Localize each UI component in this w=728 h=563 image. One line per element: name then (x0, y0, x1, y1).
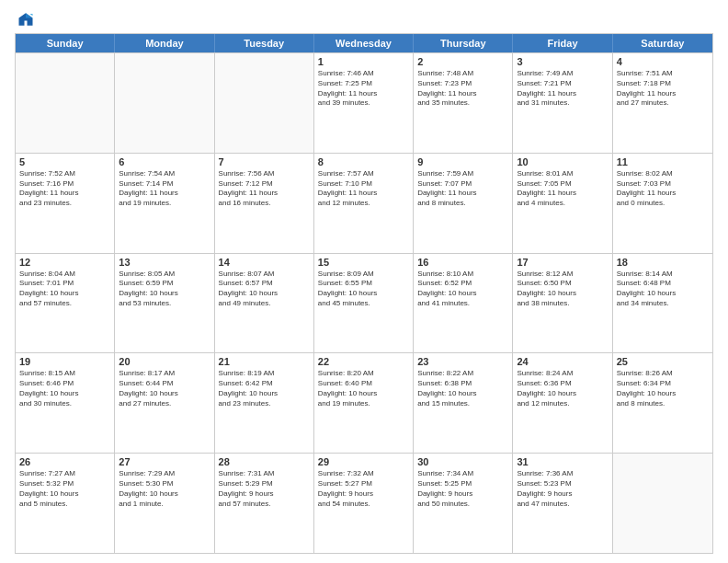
day-number: 3 (517, 56, 608, 67)
day-number: 10 (517, 156, 608, 167)
calendar-cell: 17Sunrise: 8:12 AM Sunset: 6:50 PM Dayli… (513, 254, 612, 353)
day-number: 30 (417, 456, 508, 467)
calendar-cell: 16Sunrise: 8:10 AM Sunset: 6:52 PM Dayli… (414, 254, 513, 353)
day-number: 18 (617, 257, 709, 268)
day-number: 16 (417, 257, 508, 268)
cell-text: Sunrise: 8:04 AM Sunset: 7:01 PM Dayligh… (19, 270, 110, 309)
calendar-cell (215, 53, 314, 153)
cell-text: Sunrise: 7:31 AM Sunset: 5:29 PM Dayligh… (219, 469, 310, 509)
cell-text: Sunrise: 8:12 AM Sunset: 6:50 PM Dayligh… (517, 270, 608, 309)
day-number: 27 (119, 456, 210, 467)
calendar-cell (115, 53, 214, 153)
day-number: 2 (417, 56, 508, 67)
calendar-cell: 24Sunrise: 8:24 AM Sunset: 6:36 PM Dayli… (513, 353, 612, 453)
day-number: 25 (617, 356, 709, 367)
calendar-cell: 7Sunrise: 7:56 AM Sunset: 7:12 PM Daylig… (215, 154, 314, 253)
day-number: 23 (417, 356, 508, 367)
day-number: 19 (19, 356, 110, 367)
calendar-cell: 28Sunrise: 7:31 AM Sunset: 5:29 PM Dayli… (215, 454, 314, 553)
calendar-header-day: Tuesday (215, 34, 314, 52)
calendar-cell: 18Sunrise: 8:14 AM Sunset: 6:48 PM Dayli… (613, 254, 712, 353)
day-number: 22 (318, 356, 409, 367)
cell-text: Sunrise: 8:17 AM Sunset: 6:44 PM Dayligh… (119, 369, 210, 408)
cell-text: Sunrise: 8:01 AM Sunset: 7:05 PM Dayligh… (517, 169, 608, 209)
calendar-cell: 8Sunrise: 7:57 AM Sunset: 7:10 PM Daylig… (314, 154, 414, 253)
cell-text: Sunrise: 8:22 AM Sunset: 6:38 PM Dayligh… (417, 369, 508, 408)
calendar-cell: 26Sunrise: 7:27 AM Sunset: 5:32 PM Dayli… (16, 454, 115, 553)
cell-text: Sunrise: 8:15 AM Sunset: 6:46 PM Dayligh… (19, 369, 110, 408)
day-number: 5 (19, 156, 110, 167)
cell-text: Sunrise: 8:09 AM Sunset: 6:55 PM Dayligh… (318, 270, 409, 309)
day-number: 8 (318, 156, 409, 167)
day-number: 12 (19, 257, 110, 268)
cell-text: Sunrise: 8:02 AM Sunset: 7:03 PM Dayligh… (617, 169, 709, 209)
page: SundayMondayTuesdayWednesdayThursdayFrid… (0, 0, 728, 563)
calendar-header-day: Sunday (16, 34, 115, 52)
day-number: 20 (119, 356, 210, 367)
day-number: 17 (517, 257, 608, 268)
cell-text: Sunrise: 7:52 AM Sunset: 7:16 PM Dayligh… (19, 169, 110, 209)
calendar-cell: 9Sunrise: 7:59 AM Sunset: 7:07 PM Daylig… (414, 154, 513, 253)
calendar-row: 12Sunrise: 8:04 AM Sunset: 7:01 PM Dayli… (16, 253, 712, 353)
calendar-header-day: Wednesday (314, 34, 414, 52)
cell-text: Sunrise: 7:36 AM Sunset: 5:23 PM Dayligh… (517, 469, 608, 509)
logo (15, 11, 34, 28)
calendar: SundayMondayTuesdayWednesdayThursdayFrid… (15, 33, 713, 554)
day-number: 13 (119, 257, 210, 268)
calendar-row: 26Sunrise: 7:27 AM Sunset: 5:32 PM Dayli… (16, 453, 712, 553)
day-number: 29 (318, 456, 409, 467)
calendar-cell: 23Sunrise: 8:22 AM Sunset: 6:38 PM Dayli… (414, 353, 513, 453)
header (15, 11, 713, 28)
calendar-row: 5Sunrise: 7:52 AM Sunset: 7:16 PM Daylig… (16, 153, 712, 253)
calendar-cell: 4Sunrise: 7:51 AM Sunset: 7:18 PM Daylig… (613, 53, 712, 153)
cell-text: Sunrise: 7:57 AM Sunset: 7:10 PM Dayligh… (318, 169, 409, 209)
calendar-header: SundayMondayTuesdayWednesdayThursdayFrid… (16, 34, 712, 52)
cell-text: Sunrise: 7:32 AM Sunset: 5:27 PM Dayligh… (318, 469, 409, 509)
day-number: 4 (617, 56, 709, 67)
cell-text: Sunrise: 7:56 AM Sunset: 7:12 PM Dayligh… (219, 169, 310, 209)
cell-text: Sunrise: 8:14 AM Sunset: 6:48 PM Dayligh… (617, 270, 709, 309)
calendar-cell: 29Sunrise: 7:32 AM Sunset: 5:27 PM Dayli… (314, 454, 414, 553)
calendar-header-day: Friday (513, 34, 612, 52)
calendar-cell: 12Sunrise: 8:04 AM Sunset: 7:01 PM Dayli… (16, 254, 115, 353)
calendar-row: 19Sunrise: 8:15 AM Sunset: 6:46 PM Dayli… (16, 352, 712, 453)
cell-text: Sunrise: 7:46 AM Sunset: 7:25 PM Dayligh… (318, 69, 409, 109)
day-number: 21 (219, 356, 310, 367)
calendar-cell: 6Sunrise: 7:54 AM Sunset: 7:14 PM Daylig… (115, 154, 214, 253)
cell-text: Sunrise: 8:24 AM Sunset: 6:36 PM Dayligh… (517, 369, 608, 408)
calendar-body: 1Sunrise: 7:46 AM Sunset: 7:25 PM Daylig… (16, 52, 712, 553)
calendar-cell: 31Sunrise: 7:36 AM Sunset: 5:23 PM Dayli… (513, 454, 612, 553)
calendar-header-day: Thursday (414, 34, 513, 52)
calendar-cell: 10Sunrise: 8:01 AM Sunset: 7:05 PM Dayli… (513, 154, 612, 253)
calendar-cell: 5Sunrise: 7:52 AM Sunset: 7:16 PM Daylig… (16, 154, 115, 253)
day-number: 6 (119, 156, 210, 167)
cell-text: Sunrise: 8:10 AM Sunset: 6:52 PM Dayligh… (417, 270, 508, 309)
svg-marker-1 (30, 14, 33, 16)
cell-text: Sunrise: 7:27 AM Sunset: 5:32 PM Dayligh… (19, 469, 110, 509)
day-number: 9 (417, 156, 508, 167)
day-number: 1 (318, 56, 409, 67)
calendar-cell: 3Sunrise: 7:49 AM Sunset: 7:21 PM Daylig… (513, 53, 612, 153)
calendar-header-day: Monday (115, 34, 214, 52)
cell-text: Sunrise: 7:51 AM Sunset: 7:18 PM Dayligh… (617, 69, 709, 109)
calendar-cell: 13Sunrise: 8:05 AM Sunset: 6:59 PM Dayli… (115, 254, 214, 353)
day-number: 26 (19, 456, 110, 467)
cell-text: Sunrise: 8:05 AM Sunset: 6:59 PM Dayligh… (119, 270, 210, 309)
cell-text: Sunrise: 7:54 AM Sunset: 7:14 PM Dayligh… (119, 169, 210, 209)
calendar-cell: 19Sunrise: 8:15 AM Sunset: 6:46 PM Dayli… (16, 353, 115, 453)
calendar-cell: 2Sunrise: 7:48 AM Sunset: 7:23 PM Daylig… (414, 53, 513, 153)
cell-text: Sunrise: 7:29 AM Sunset: 5:30 PM Dayligh… (119, 469, 210, 509)
cell-text: Sunrise: 8:07 AM Sunset: 6:57 PM Dayligh… (219, 270, 310, 309)
cell-text: Sunrise: 8:20 AM Sunset: 6:40 PM Dayligh… (318, 369, 409, 408)
day-number: 28 (219, 456, 310, 467)
cell-text: Sunrise: 7:34 AM Sunset: 5:25 PM Dayligh… (417, 469, 508, 509)
calendar-cell: 1Sunrise: 7:46 AM Sunset: 7:25 PM Daylig… (314, 53, 414, 153)
cell-text: Sunrise: 7:59 AM Sunset: 7:07 PM Dayligh… (417, 169, 508, 209)
cell-text: Sunrise: 8:19 AM Sunset: 6:42 PM Dayligh… (219, 369, 310, 408)
day-number: 24 (517, 356, 608, 367)
calendar-cell: 25Sunrise: 8:26 AM Sunset: 6:34 PM Dayli… (613, 353, 712, 453)
logo-icon (17, 11, 34, 28)
day-number: 14 (219, 257, 310, 268)
calendar-cell (16, 53, 115, 153)
calendar-cell (613, 454, 712, 553)
